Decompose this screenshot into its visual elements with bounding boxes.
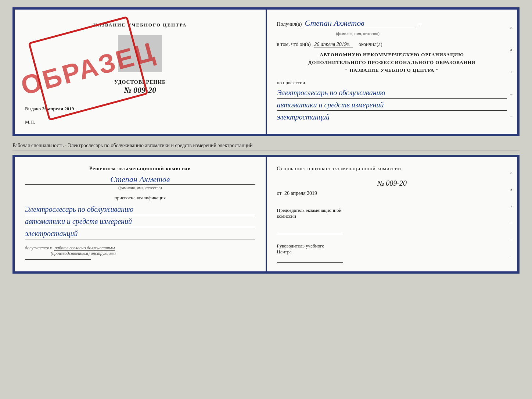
org-line2: ДОПОЛНИТЕЛЬНОГО ПРОФЕССИОНАЛЬНОГО ОБРАЗО… (277, 59, 507, 67)
decision-title: Решением экзаменационной комиссии (25, 166, 255, 172)
cert-type-label: УДОСТОВЕРЕНИЕ (25, 79, 255, 85)
in-that-line: в том, что он(а) 26 апреля 2019г. окончи… (277, 42, 507, 47)
prof-line2: автоматики и средств измерений (277, 101, 384, 109)
bottom-left-page: Решением экзаменационной комиссии Степан… (15, 157, 267, 271)
cert-number: № 009-20 (25, 85, 255, 95)
from-date-value: 26 апреля 2019 (284, 190, 317, 196)
from-label: от (277, 190, 282, 196)
allowed-text: работе согласно должностным (54, 245, 115, 251)
qual-underline2 (25, 227, 255, 227)
issued-line: Выдано 26 апреля 2019 (25, 106, 255, 112)
org-line3: " НАЗВАНИЕ УЧЕБНОГО ЦЕНТРА " (277, 67, 507, 74)
protocol-number: № 009-20 (277, 179, 507, 188)
side-decoration-top: и а ← – – (510, 10, 514, 134)
signature-line-bottom-left (25, 259, 91, 260)
fio-hint-top: (фамилия, имя, отчество) (303, 31, 413, 36)
prof-underline2 (277, 110, 507, 111)
side-decoration-bottom: и а ← – – – (510, 157, 514, 271)
chairman-line2: комиссии (277, 213, 507, 219)
from-date-line: от 26 апреля 2019 (277, 190, 507, 196)
decision-name: Степан Ахметов (25, 175, 255, 185)
allowed-text2: (производственным) инструкциям (51, 251, 255, 256)
profession-label: по профессии (277, 80, 507, 86)
certificate-bottom: Решением экзаменационной комиссии Степан… (12, 155, 520, 274)
issued-date: 26 апреля 2019 (42, 106, 74, 111)
chairman-label: Председатель экзаменационной комиссии (277, 207, 507, 219)
org-text: АВТОНОМНУЮ НЕКОММЕРЧЕСКУЮ ОРГАНИЗАЦИЮ ДО… (277, 51, 507, 74)
prof-line3: электростанций (277, 113, 330, 121)
dash1: – (418, 20, 422, 27)
finished-label: окончил(а) (359, 42, 382, 47)
qualification-text: Электрослесарь по обслуживанию автоматик… (25, 204, 255, 239)
received-name: Степан Ахметов (305, 18, 415, 28)
prof-underline1 (277, 98, 507, 99)
received-label: Получил(а) (277, 21, 302, 27)
qual-line1: Электрослесарь по обслуживанию (25, 205, 133, 213)
allowed-label: допускается к (25, 245, 52, 250)
qual-underline3 (25, 239, 255, 239)
qual-line3: электростанций (25, 229, 78, 238)
certificate-top: НАЗВАНИЕ УЧЕБНОГО ЦЕНТРА УДОСТОВЕРЕНИЕ №… (12, 7, 520, 136)
director-line2: Центра (277, 249, 507, 255)
received-row: Получил(а) Степан Ахметов – (277, 18, 507, 28)
issued-label: Выдано (25, 106, 41, 111)
cert-left-page: НАЗВАНИЕ УЧЕБНОГО ЦЕНТРА УДОСТОВЕРЕНИЕ №… (15, 10, 267, 134)
date-value: 26 апреля 2019г. (314, 42, 353, 47)
org-line1: АВТОНОМНУЮ НЕКОММЕРЧЕСКУЮ ОРГАНИЗАЦИЮ (277, 51, 507, 59)
profession-text: Электрослесарь по обслуживанию автоматик… (277, 87, 507, 122)
mp-label: М.П. (25, 119, 255, 125)
separator-text: Рабочая специальность - Электрослесарь п… (12, 140, 520, 150)
director-label: Руководитель учебного Центра (277, 243, 507, 255)
prof-line1: Электрослесарь по обслуживанию (277, 89, 385, 97)
in-that-label: в том, что он(а) (277, 42, 311, 47)
qual-underline1 (25, 215, 255, 215)
photo-placeholder (118, 35, 162, 72)
director-signature-line (277, 262, 343, 263)
chairman-line1: Председатель экзаменационной (277, 207, 507, 213)
qual-line2: автоматики и средств измерений (25, 217, 132, 225)
chairman-signature-line (277, 234, 343, 234)
basis-title: Основание: протокол экзаменационной коми… (277, 166, 507, 172)
assigned-label: присвоена квалификация (25, 195, 255, 201)
bottom-right-page: Основание: протокол экзаменационной коми… (267, 157, 518, 271)
director-line1: Руководитель учебного (277, 243, 507, 249)
school-title: НАЗВАНИЕ УЧЕБНОГО ЦЕНТРА (25, 22, 255, 28)
fio-hint-bottom: (фамилия, имя, отчество) (25, 185, 255, 190)
cert-right-page: Получил(а) Степан Ахметов – (фамилия, им… (267, 10, 518, 134)
allowed-line: допускается к работе согласно должностны… (25, 245, 255, 251)
